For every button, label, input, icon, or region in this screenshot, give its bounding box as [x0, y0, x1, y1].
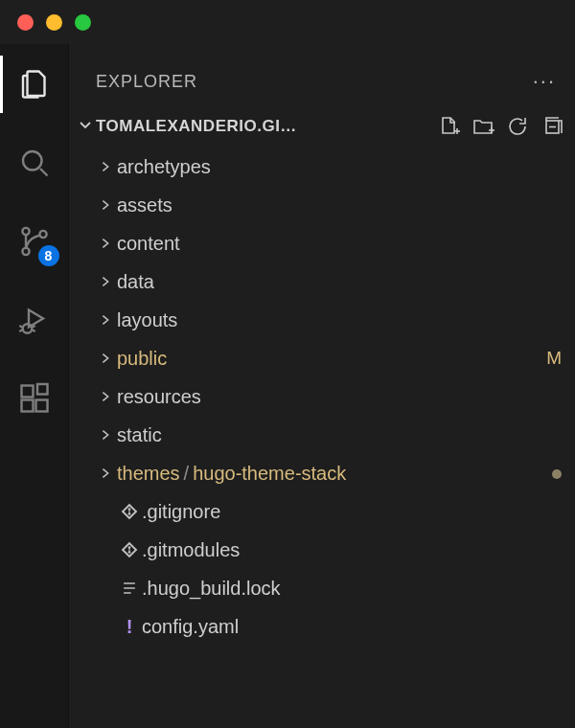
file-label: .gitignore	[142, 501, 562, 523]
file-label: .gitmodules	[142, 539, 562, 561]
svg-point-3	[22, 248, 29, 255]
folder-label: content	[117, 233, 539, 255]
activity-run-debug[interactable]	[0, 297, 69, 343]
svg-rect-26	[128, 548, 129, 553]
folder-label: data	[117, 271, 539, 293]
git-status	[539, 463, 562, 484]
folder-layouts[interactable]: layouts	[69, 301, 575, 339]
file-label: .hugo_build.lock	[142, 578, 562, 600]
svg-line-1	[40, 169, 48, 176]
chevron-right-icon	[94, 198, 117, 212]
activity-source-control[interactable]: 8	[0, 218, 69, 264]
folder-archetypes[interactable]: archetypes	[69, 148, 575, 186]
explorer-sidebar: EXPLORER ··· TOMALEXANDERIO.GI…	[69, 44, 575, 728]
explorer-more-button[interactable]: ···	[531, 65, 558, 98]
svg-point-0	[23, 151, 42, 171]
scm-badge: 8	[38, 245, 59, 266]
chevron-right-icon	[94, 160, 117, 173]
activity-explorer[interactable]	[0, 61, 69, 107]
folder-label: assets	[117, 194, 539, 216]
folder-data[interactable]: data	[69, 262, 575, 301]
activity-extensions[interactable]	[0, 375, 69, 421]
extensions-icon	[17, 381, 52, 416]
git-file-icon	[117, 502, 142, 521]
git-status: M	[539, 348, 562, 369]
svg-rect-23	[128, 510, 129, 514]
text-file-icon	[117, 579, 142, 598]
svg-line-7	[19, 326, 22, 328]
folder-label: resources	[117, 386, 539, 408]
new-folder-button[interactable]	[470, 113, 496, 140]
folder-themes[interactable]: themes/hugo-theme-stack	[69, 454, 575, 492]
chevron-down-icon	[75, 117, 96, 137]
chevron-right-icon	[94, 313, 117, 327]
window-controls	[17, 14, 91, 31]
svg-point-6	[22, 324, 32, 333]
folder-public[interactable]: publicM	[69, 339, 575, 377]
files-icon	[17, 67, 52, 102]
chevron-right-icon	[94, 237, 117, 250]
debug-icon	[17, 303, 52, 337]
minimize-window-button[interactable]	[46, 14, 62, 31]
file--hugo_build-lock[interactable]: .hugo_build.lock	[69, 569, 575, 607]
folder-static[interactable]: static	[69, 416, 575, 454]
sidebar-title: EXPLORER	[96, 72, 197, 92]
svg-rect-12	[21, 400, 33, 412]
project-name: TOMALEXANDERIO.GI…	[96, 117, 297, 136]
refresh-button[interactable]	[504, 113, 531, 140]
chevron-right-icon	[94, 275, 117, 288]
close-window-button[interactable]	[17, 14, 34, 31]
svg-point-4	[39, 231, 46, 238]
yaml-file-icon: !	[117, 616, 142, 638]
file--gitmodules[interactable]: .gitmodules	[69, 531, 575, 569]
folder-label: archetypes	[117, 156, 539, 178]
new-file-button[interactable]	[435, 113, 462, 140]
project-section-header[interactable]: TOMALEXANDERIO.GI…	[69, 107, 575, 146]
collapse-all-button[interactable]	[539, 113, 565, 140]
svg-rect-11	[21, 386, 33, 398]
folder-label: themes/hugo-theme-stack	[117, 463, 539, 485]
activity-search[interactable]	[0, 140, 69, 186]
svg-rect-14	[37, 384, 48, 395]
folder-label: static	[117, 424, 539, 446]
folder-resources[interactable]: resources	[69, 377, 575, 416]
file-tree: archetypesassetscontentdatalayoutspublic…	[69, 146, 575, 646]
file-label: config.yaml	[142, 616, 562, 638]
file-config-yaml[interactable]: !config.yaml	[69, 607, 575, 646]
folder-label: public	[117, 348, 539, 370]
folder-content[interactable]: content	[69, 224, 575, 262]
search-icon	[17, 146, 52, 180]
svg-line-9	[32, 326, 34, 328]
svg-line-8	[19, 330, 22, 332]
titlebar	[0, 0, 575, 44]
svg-line-10	[32, 330, 34, 332]
folder-label: layouts	[117, 309, 539, 331]
folder-assets[interactable]: assets	[69, 186, 575, 224]
chevron-right-icon	[94, 428, 117, 442]
activity-bar: 8	[0, 44, 69, 728]
maximize-window-button[interactable]	[75, 14, 91, 31]
chevron-right-icon	[94, 466, 117, 480]
chevron-right-icon	[94, 390, 117, 403]
file--gitignore[interactable]: .gitignore	[69, 492, 575, 531]
git-file-icon	[117, 540, 142, 559]
chevron-right-icon	[94, 352, 117, 365]
svg-rect-13	[35, 400, 47, 412]
svg-point-2	[22, 228, 29, 235]
